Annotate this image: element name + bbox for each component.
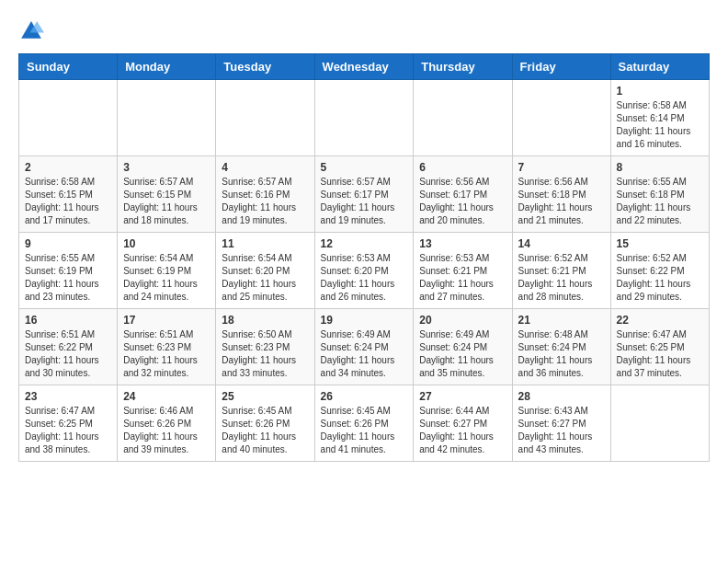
calendar-week-row: 16Sunrise: 6:51 AM Sunset: 6:22 PM Dayli… (19, 309, 710, 385)
day-number: 2 (25, 161, 111, 174)
calendar-cell: 11Sunrise: 6:54 AM Sunset: 6:20 PM Dayli… (216, 233, 314, 309)
calendar-cell: 18Sunrise: 6:50 AM Sunset: 6:23 PM Dayli… (216, 309, 314, 385)
calendar-cell: 13Sunrise: 6:53 AM Sunset: 6:21 PM Dayli… (414, 233, 512, 309)
calendar-cell: 20Sunrise: 6:49 AM Sunset: 6:24 PM Dayli… (414, 309, 512, 385)
column-header-wednesday: Wednesday (314, 54, 414, 80)
column-header-monday: Monday (118, 54, 216, 80)
day-number: 8 (617, 161, 703, 174)
day-number: 6 (419, 161, 506, 174)
day-number: 4 (222, 161, 308, 174)
page-header (18, 18, 710, 44)
day-info: Sunrise: 6:54 AM Sunset: 6:20 PM Dayligh… (222, 252, 308, 304)
day-number: 10 (123, 237, 210, 250)
calendar-week-row: 9Sunrise: 6:55 AM Sunset: 6:19 PM Daylig… (19, 233, 710, 309)
calendar-table: SundayMondayTuesdayWednesdayThursdayFrid… (18, 53, 710, 462)
day-info: Sunrise: 6:52 AM Sunset: 6:22 PM Dayligh… (617, 252, 703, 304)
day-info: Sunrise: 6:46 AM Sunset: 6:26 PM Dayligh… (123, 405, 210, 456)
calendar-cell: 22Sunrise: 6:47 AM Sunset: 6:25 PM Dayli… (610, 309, 709, 385)
calendar-cell: 16Sunrise: 6:51 AM Sunset: 6:22 PM Dayli… (19, 309, 118, 385)
calendar-week-row: 2Sunrise: 6:58 AM Sunset: 6:15 PM Daylig… (19, 156, 710, 233)
calendar-cell: 10Sunrise: 6:54 AM Sunset: 6:19 PM Dayli… (118, 233, 216, 309)
calendar-cell: 6Sunrise: 6:56 AM Sunset: 6:17 PM Daylig… (414, 156, 512, 233)
day-number: 11 (222, 237, 308, 250)
calendar-cell: 14Sunrise: 6:52 AM Sunset: 6:21 PM Dayli… (512, 233, 610, 309)
calendar-cell: 19Sunrise: 6:49 AM Sunset: 6:24 PM Dayli… (314, 309, 414, 385)
day-info: Sunrise: 6:53 AM Sunset: 6:20 PM Dayligh… (321, 252, 408, 304)
calendar-cell: 4Sunrise: 6:57 AM Sunset: 6:16 PM Daylig… (216, 156, 314, 233)
day-info: Sunrise: 6:48 AM Sunset: 6:24 PM Dayligh… (518, 328, 605, 380)
day-number: 21 (518, 314, 605, 327)
calendar-cell: 5Sunrise: 6:57 AM Sunset: 6:17 PM Daylig… (314, 156, 414, 233)
logo-icon (18, 18, 44, 44)
day-info: Sunrise: 6:54 AM Sunset: 6:19 PM Dayligh… (123, 252, 210, 304)
calendar-cell (610, 385, 709, 462)
day-info: Sunrise: 6:52 AM Sunset: 6:21 PM Dayligh… (518, 252, 605, 304)
day-number: 14 (518, 237, 605, 250)
day-info: Sunrise: 6:51 AM Sunset: 6:22 PM Dayligh… (25, 328, 111, 380)
day-info: Sunrise: 6:45 AM Sunset: 6:26 PM Dayligh… (222, 405, 308, 456)
day-info: Sunrise: 6:57 AM Sunset: 6:15 PM Dayligh… (123, 176, 210, 227)
day-number: 24 (123, 390, 210, 403)
column-header-sunday: Sunday (19, 54, 118, 80)
calendar-cell: 23Sunrise: 6:47 AM Sunset: 6:25 PM Dayli… (19, 385, 118, 462)
column-header-tuesday: Tuesday (216, 54, 314, 80)
day-number: 16 (25, 314, 111, 327)
day-number: 22 (617, 314, 703, 327)
column-header-thursday: Thursday (414, 54, 512, 80)
calendar-week-row: 23Sunrise: 6:47 AM Sunset: 6:25 PM Dayli… (19, 385, 710, 462)
calendar-cell: 15Sunrise: 6:52 AM Sunset: 6:22 PM Dayli… (610, 233, 709, 309)
day-number: 1 (617, 85, 703, 98)
calendar-cell: 2Sunrise: 6:58 AM Sunset: 6:15 PM Daylig… (19, 156, 118, 233)
calendar-cell: 27Sunrise: 6:44 AM Sunset: 6:27 PM Dayli… (414, 385, 512, 462)
calendar-cell (414, 80, 512, 156)
day-number: 12 (321, 237, 408, 250)
calendar-cell: 7Sunrise: 6:56 AM Sunset: 6:18 PM Daylig… (512, 156, 610, 233)
day-info: Sunrise: 6:57 AM Sunset: 6:16 PM Dayligh… (222, 176, 308, 227)
day-number: 7 (518, 161, 605, 174)
calendar-cell (314, 80, 414, 156)
day-number: 17 (123, 314, 210, 327)
day-number: 23 (25, 390, 111, 403)
calendar-cell (512, 80, 610, 156)
day-info: Sunrise: 6:53 AM Sunset: 6:21 PM Dayligh… (419, 252, 506, 304)
calendar-cell: 9Sunrise: 6:55 AM Sunset: 6:19 PM Daylig… (19, 233, 118, 309)
day-info: Sunrise: 6:44 AM Sunset: 6:27 PM Dayligh… (419, 405, 506, 456)
day-info: Sunrise: 6:47 AM Sunset: 6:25 PM Dayligh… (25, 405, 111, 456)
day-number: 9 (25, 237, 111, 250)
logo (18, 18, 48, 44)
calendar-cell: 17Sunrise: 6:51 AM Sunset: 6:23 PM Dayli… (118, 309, 216, 385)
calendar-cell (216, 80, 314, 156)
day-info: Sunrise: 6:55 AM Sunset: 6:19 PM Dayligh… (25, 252, 111, 304)
day-number: 27 (419, 390, 506, 403)
calendar-cell: 25Sunrise: 6:45 AM Sunset: 6:26 PM Dayli… (216, 385, 314, 462)
day-info: Sunrise: 6:55 AM Sunset: 6:18 PM Dayligh… (617, 176, 703, 227)
column-header-saturday: Saturday (610, 54, 709, 80)
calendar-cell (19, 80, 118, 156)
day-info: Sunrise: 6:45 AM Sunset: 6:26 PM Dayligh… (321, 405, 408, 456)
day-info: Sunrise: 6:49 AM Sunset: 6:24 PM Dayligh… (419, 328, 506, 380)
day-info: Sunrise: 6:57 AM Sunset: 6:17 PM Dayligh… (321, 176, 408, 227)
day-info: Sunrise: 6:51 AM Sunset: 6:23 PM Dayligh… (123, 328, 210, 380)
day-number: 15 (617, 237, 703, 250)
calendar-cell: 21Sunrise: 6:48 AM Sunset: 6:24 PM Dayli… (512, 309, 610, 385)
day-number: 3 (123, 161, 210, 174)
calendar-cell: 1Sunrise: 6:58 AM Sunset: 6:14 PM Daylig… (610, 80, 709, 156)
day-info: Sunrise: 6:43 AM Sunset: 6:27 PM Dayligh… (518, 405, 605, 456)
day-number: 25 (222, 390, 308, 403)
calendar-week-row: 1Sunrise: 6:58 AM Sunset: 6:14 PM Daylig… (19, 80, 710, 156)
column-header-friday: Friday (512, 54, 610, 80)
calendar-cell: 8Sunrise: 6:55 AM Sunset: 6:18 PM Daylig… (610, 156, 709, 233)
day-number: 19 (321, 314, 408, 327)
day-number: 20 (419, 314, 506, 327)
day-info: Sunrise: 6:49 AM Sunset: 6:24 PM Dayligh… (321, 328, 408, 380)
day-number: 18 (222, 314, 308, 327)
calendar-cell: 28Sunrise: 6:43 AM Sunset: 6:27 PM Dayli… (512, 385, 610, 462)
day-number: 5 (321, 161, 408, 174)
day-info: Sunrise: 6:56 AM Sunset: 6:17 PM Dayligh… (419, 176, 506, 227)
calendar-cell: 12Sunrise: 6:53 AM Sunset: 6:20 PM Dayli… (314, 233, 414, 309)
day-number: 26 (321, 390, 408, 403)
day-info: Sunrise: 6:47 AM Sunset: 6:25 PM Dayligh… (617, 328, 703, 380)
day-info: Sunrise: 6:50 AM Sunset: 6:23 PM Dayligh… (222, 328, 308, 380)
calendar-cell: 3Sunrise: 6:57 AM Sunset: 6:15 PM Daylig… (118, 156, 216, 233)
calendar-cell (118, 80, 216, 156)
